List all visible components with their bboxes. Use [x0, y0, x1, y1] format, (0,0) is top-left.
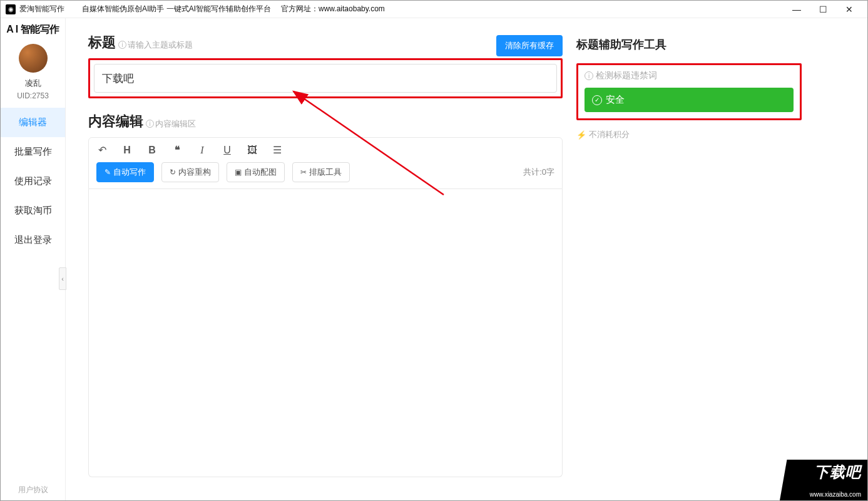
- collapse-sidebar-button[interactable]: ‹: [59, 267, 66, 290]
- pencil-icon: ✎: [105, 168, 111, 177]
- editor-toolbar: ↶ H B ❝ I U 🖼 ☰ ✎自动写作 ↻内容重构 ▣自动配图 ✂排版工具: [88, 137, 563, 189]
- watermark: 下载吧 www.xiazaiba.com: [780, 460, 867, 500]
- nav-item-editor[interactable]: 编辑器: [1, 108, 65, 137]
- undo-icon[interactable]: ↶: [96, 144, 108, 156]
- info-icon: i: [585, 71, 593, 80]
- app-subtitle: 自媒体智能伪原创AI助手 一键式AI智能写作辅助创作平台: [82, 4, 271, 14]
- info-icon: i: [118, 41, 126, 49]
- check-highlight: i 检测标题违禁词 ✓ 安全: [576, 63, 802, 120]
- auto-write-button[interactable]: ✎自动写作: [96, 162, 154, 182]
- clear-cache-button[interactable]: 清除所有缓存: [496, 35, 563, 56]
- maximize-button[interactable]: ☐: [810, 2, 836, 17]
- official-site: 官方网址：www.aitaobaby.com: [281, 4, 385, 14]
- brand-text: A I 智能写作: [6, 23, 59, 36]
- nav: 编辑器 批量写作 使用记录 获取淘币 退出登录: [1, 108, 65, 255]
- title-input[interactable]: [94, 64, 557, 93]
- right-heading: 标题辅助写作工具: [576, 37, 802, 52]
- restructure-button[interactable]: ↻内容重构: [161, 162, 219, 182]
- avatar[interactable]: [19, 44, 48, 73]
- check-forbidden-label: i 检测标题违禁词: [585, 70, 794, 81]
- nav-item-batch[interactable]: 批量写作: [1, 137, 65, 167]
- word-counter: 共计:0字: [523, 167, 554, 178]
- italic-icon[interactable]: I: [197, 145, 208, 156]
- title-bar: ◉ 爱淘智能写作 自媒体智能伪原创AI助手 一键式AI智能写作辅助创作平台 官方…: [1, 1, 867, 18]
- app-logo-icon: ◉: [6, 4, 16, 14]
- editor-body[interactable]: [88, 189, 563, 477]
- user-id: UID:2753: [17, 91, 49, 100]
- refresh-icon: ↻: [170, 168, 176, 177]
- content-hint: i 内容编辑区: [146, 118, 196, 130]
- align-icon[interactable]: ☰: [272, 144, 283, 156]
- title-input-highlight: [88, 58, 563, 98]
- layout-tool-button[interactable]: ✂排版工具: [292, 162, 350, 182]
- safe-status-bar: ✓ 安全: [585, 88, 794, 112]
- picture-icon: ▣: [235, 168, 242, 177]
- layout-icon: ✂: [300, 168, 307, 177]
- lightning-icon: ⚡: [576, 130, 586, 140]
- underline-icon[interactable]: U: [222, 145, 233, 156]
- title-heading: 标题: [88, 33, 116, 52]
- check-circle-icon: ✓: [592, 95, 602, 105]
- content-heading: 内容编辑: [88, 112, 143, 131]
- close-button[interactable]: ✕: [836, 2, 862, 17]
- nav-item-logout[interactable]: 退出登录: [1, 225, 65, 255]
- user-agreement-link[interactable]: 用户协议: [1, 485, 65, 495]
- minimize-button[interactable]: ―: [784, 2, 810, 17]
- nav-item-coins[interactable]: 获取淘币: [1, 196, 65, 225]
- info-icon: i: [146, 120, 154, 128]
- bold-icon[interactable]: B: [146, 145, 158, 156]
- image-icon[interactable]: 🖼: [247, 145, 258, 156]
- auto-image-button[interactable]: ▣自动配图: [227, 162, 285, 182]
- nav-item-history[interactable]: 使用记录: [1, 167, 65, 196]
- heading-icon[interactable]: H: [121, 145, 133, 156]
- window-controls: ― ☐ ✕: [784, 2, 862, 17]
- title-hint: i 请输入主题或标题: [118, 39, 193, 51]
- app-title: 爱淘智能写作: [19, 4, 64, 14]
- username: 凌乱: [25, 78, 41, 89]
- quote-icon[interactable]: ❝: [171, 144, 183, 156]
- points-hint: ⚡ 不消耗积分: [576, 129, 802, 140]
- sidebar: A I 智能写作 凌乱 UID:2753 编辑器 批量写作 使用记录 获取淘币 …: [1, 18, 66, 500]
